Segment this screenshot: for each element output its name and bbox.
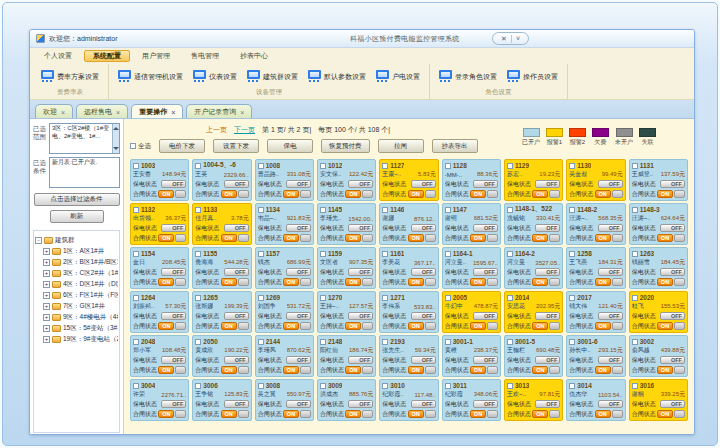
switch-toggle[interactable]: ON [345,366,361,374]
switch-toggle[interactable]: ON [283,410,299,418]
switch-toggle[interactable]: ON [221,190,237,198]
keep-power-toggle[interactable]: OFF [473,356,498,364]
card-checkbox[interactable] [632,251,638,257]
switch-toggle[interactable]: ON [595,190,611,198]
keep-power-toggle[interactable]: OFF [535,180,560,188]
switch-toggle[interactable]: ON [532,322,548,330]
card-checkbox[interactable] [258,383,264,389]
ribbon-button[interactable]: 户电设置 [372,69,424,84]
card-checkbox[interactable] [320,339,326,345]
card-checkbox[interactable] [258,207,264,213]
card-checkbox[interactable] [569,383,575,389]
switch-toggle[interactable]: ON [408,366,424,374]
switch-toggle[interactable]: ON [408,234,424,242]
switch-toggle[interactable]: ON [158,322,174,330]
switch-toggle[interactable]: ON [283,278,299,286]
card-checkbox[interactable] [195,339,201,345]
tree-item[interactable]: +3区：C区2#井（1#变... [35,269,118,278]
tab-1[interactable]: 欢迎× [35,104,73,118]
card-checkbox[interactable] [632,163,638,169]
keep-power-toggle[interactable]: OFF [348,312,373,320]
menu-tab-5[interactable]: 抄表中心 [231,50,277,62]
keep-power-toggle[interactable]: OFF [411,224,436,232]
close-icon[interactable]: ✕ [501,33,507,44]
keep-power-toggle[interactable]: OFF [535,268,560,276]
keep-power-toggle[interactable]: OFF [161,400,186,408]
card-checkbox[interactable] [507,207,513,213]
card-checkbox[interactable] [382,383,388,389]
keep-power-toggle[interactable]: OFF [598,356,623,364]
card-checkbox[interactable] [382,207,388,213]
refresh-button[interactable]: 刷新 [50,210,104,223]
card-checkbox[interactable] [133,383,139,389]
card-checkbox[interactable] [195,383,201,389]
keep-power-toggle[interactable]: OFF [660,312,685,320]
switch-toggle[interactable]: ON [345,234,361,242]
tree-item[interactable]: +1区：A区1#井 [35,247,118,256]
switch-toggle[interactable]: ON [657,190,673,198]
ribbon-button[interactable]: 登录角色设置 [435,69,501,84]
action-button[interactable]: 恢复预付费 [321,139,370,153]
action-button[interactable]: 电价下发 [159,139,205,153]
keep-power-toggle[interactable]: OFF [224,268,249,276]
switch-toggle[interactable]: ON [532,410,548,418]
card-checkbox[interactable] [382,251,388,257]
keep-power-toggle[interactable]: OFF [473,180,498,188]
keep-power-toggle[interactable]: OFF [286,268,311,276]
card-checkbox[interactable] [569,339,575,345]
keep-power-toggle[interactable]: OFF [161,312,186,320]
switch-toggle[interactable]: ON [158,366,174,374]
switch-toggle[interactable]: ON [657,410,673,418]
tree-item[interactable]: +7区：G区1#井 [35,302,118,311]
card-checkbox[interactable] [507,339,513,345]
close-icon[interactable]: × [61,109,65,116]
keep-power-toggle[interactable]: OFF [660,356,685,364]
close-icon[interactable]: × [116,109,120,116]
keep-power-toggle[interactable]: OFF [161,180,186,188]
scroll-down-icon[interactable] [113,147,119,153]
keep-power-toggle[interactable]: OFF [286,312,311,320]
keep-power-toggle[interactable]: OFF [224,224,249,232]
card-checkbox[interactable] [507,383,513,389]
switch-toggle[interactable]: ON [532,366,548,374]
close-icon[interactable]: × [240,109,244,116]
card-checkbox[interactable] [382,295,388,301]
switch-toggle[interactable]: ON [158,278,174,286]
keep-power-toggle[interactable]: OFF [286,356,311,364]
action-button[interactable]: 保电 [267,139,313,153]
tree-item[interactable]: +19区：9#变电站（2#... [35,335,118,344]
card-checkbox[interactable] [195,207,201,213]
ribbon-button[interactable]: 通信管理机设置 [114,69,187,84]
card-checkbox[interactable] [445,251,451,257]
card-checkbox[interactable] [133,339,139,345]
keep-power-toggle[interactable]: OFF [411,356,436,364]
ribbon-button[interactable]: 建筑群设置 [243,69,302,84]
card-checkbox[interactable] [507,295,513,301]
keep-power-toggle[interactable]: OFF [598,400,623,408]
card-checkbox[interactable] [445,163,451,169]
card-checkbox[interactable] [258,163,264,169]
switch-toggle[interactable]: ON [532,278,548,286]
next-page-link[interactable]: 下一页 [234,125,255,135]
card-checkbox[interactable] [569,251,575,257]
filter-button[interactable]: 点击选择过滤条件 [34,193,120,206]
card-checkbox[interactable] [195,251,201,257]
keep-power-toggle[interactable]: OFF [348,268,373,276]
keep-power-toggle[interactable]: OFF [660,180,685,188]
switch-toggle[interactable]: ON [158,410,174,418]
keep-power-toggle[interactable]: OFF [598,268,623,276]
card-checkbox[interactable] [133,163,139,169]
keep-power-toggle[interactable]: OFF [535,356,560,364]
switch-toggle[interactable]: ON [345,410,361,418]
prev-page-link[interactable]: 上一页 [206,125,227,135]
switch-toggle[interactable]: ON [221,322,237,330]
expand-icon[interactable]: + [43,281,50,288]
keep-power-toggle[interactable]: OFF [224,400,249,408]
card-checkbox[interactable] [320,207,326,213]
expand-icon[interactable]: + [43,336,50,343]
tab-2[interactable]: 远程售电× [76,104,128,118]
keep-power-toggle[interactable]: OFF [535,224,560,232]
tree-item[interactable]: +2区：B区1#井/B区1#楼 [35,258,118,267]
switch-toggle[interactable]: ON [345,190,361,198]
card-checkbox[interactable] [320,383,326,389]
